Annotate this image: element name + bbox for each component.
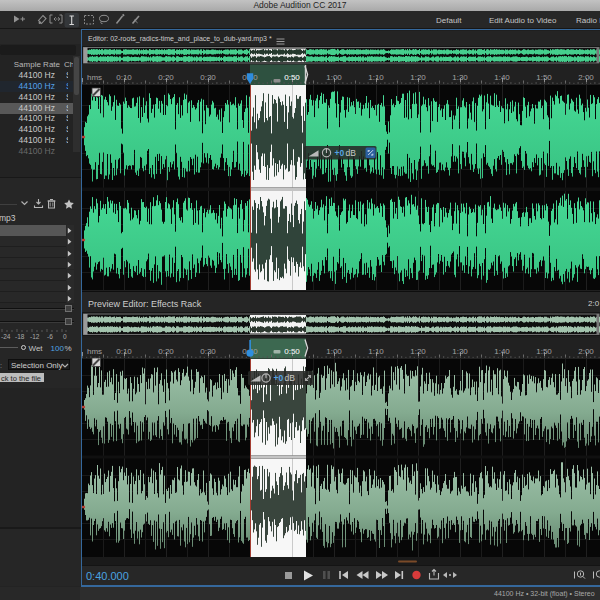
svg-text:1:30: 1:30 bbox=[452, 73, 468, 82]
svg-text:1:40: 1:40 bbox=[494, 347, 510, 356]
svg-text:1:30: 1:30 bbox=[452, 347, 468, 356]
svg-text:1:00: 1:00 bbox=[326, 73, 342, 82]
svg-text:+0: +0 bbox=[335, 148, 345, 158]
svg-text:0:20: 0:20 bbox=[158, 347, 174, 356]
svg-text:hms: hms bbox=[87, 73, 102, 82]
svg-text:2:00: 2:00 bbox=[578, 73, 594, 82]
svg-text:1:20: 1:20 bbox=[410, 73, 426, 82]
svg-text:0:10: 0:10 bbox=[116, 347, 132, 356]
svg-text:1:00: 1:00 bbox=[326, 347, 342, 356]
svg-text:2:00: 2:00 bbox=[578, 347, 594, 356]
svg-text:1:50: 1:50 bbox=[536, 73, 552, 82]
svg-text:1:10: 1:10 bbox=[368, 347, 384, 356]
svg-text:0:50: 0:50 bbox=[284, 347, 300, 356]
svg-text:+0: +0 bbox=[274, 373, 284, 383]
svg-text:0:30: 0:30 bbox=[200, 73, 216, 82]
svg-text:hms: hms bbox=[87, 347, 102, 356]
svg-text:0:20: 0:20 bbox=[158, 73, 174, 82]
svg-text:0:10: 0:10 bbox=[116, 73, 132, 82]
svg-text:dB: dB bbox=[346, 148, 357, 158]
svg-text:1:40: 1:40 bbox=[494, 73, 510, 82]
svg-text:dB: dB bbox=[285, 373, 296, 383]
svg-text:0:50: 0:50 bbox=[284, 73, 300, 82]
svg-text:0:30: 0:30 bbox=[200, 347, 216, 356]
svg-text:1:10: 1:10 bbox=[368, 73, 384, 82]
svg-text:1:50: 1:50 bbox=[536, 347, 552, 356]
svg-text:1:20: 1:20 bbox=[410, 347, 426, 356]
